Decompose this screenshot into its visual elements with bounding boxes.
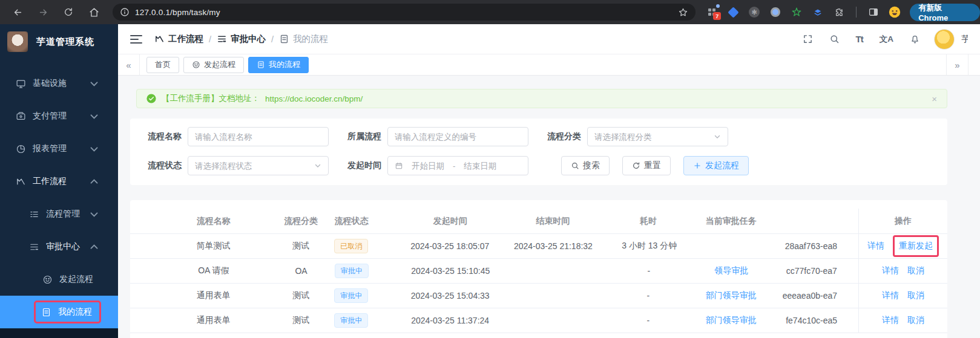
- detail-link[interactable]: 详情: [882, 315, 899, 326]
- current-task-link[interactable]: 部门领导审批: [706, 315, 757, 326]
- toolbar-divider: [856, 7, 857, 18]
- process-status-select[interactable]: [188, 156, 329, 175]
- cancel-link[interactable]: 取消: [907, 315, 924, 326]
- chevron-down-icon: [89, 79, 99, 89]
- create-process-button[interactable]: 发起流程: [683, 156, 749, 175]
- status-badge: 审批中: [335, 264, 369, 278]
- profile-emoji-icon[interactable]: [888, 5, 901, 19]
- chevron-down-icon: [89, 144, 99, 154]
- process-definition-input[interactable]: [395, 132, 521, 141]
- forward-icon[interactable]: [33, 2, 53, 22]
- cell-duration: -: [588, 316, 709, 325]
- search-icon[interactable]: [829, 34, 840, 44]
- extensions-puzzle-icon[interactable]: [832, 5, 846, 19]
- end-date-input[interactable]: [459, 161, 501, 171]
- bookmark-star-icon[interactable]: [678, 7, 688, 18]
- current-task-link[interactable]: 部门领导审批: [706, 290, 757, 301]
- app-header: 工作流程 / 审批中心 / 我的流程 Tt 文A 芋: [118, 24, 980, 54]
- breadcrumb: 工作流程 / 审批中心 / 我的流程: [154, 33, 328, 45]
- fullscreen-icon[interactable]: [803, 34, 813, 44]
- tab-my-process[interactable]: 我的流程: [248, 57, 309, 73]
- sidebar-item-my-process[interactable]: 我的流程: [0, 296, 118, 328]
- cell-duration: 3 小时 13 分钟: [589, 241, 710, 252]
- chevron-down-icon: [314, 162, 321, 169]
- sidebar-item-process-management[interactable]: 流程管理: [0, 198, 118, 230]
- plus-icon: [693, 161, 702, 170]
- cell-category: OA: [282, 266, 321, 276]
- process-table: 流程名称 流程分类 流程状态 发起时间 结束时间 耗时 当前审批任务 操作 简单…: [130, 200, 947, 338]
- breadcrumb-approval-center[interactable]: 审批中心: [217, 33, 266, 45]
- tab-home[interactable]: 首页: [146, 57, 179, 73]
- cell-start-time: 2024-03-25 18:05:07: [383, 241, 518, 251]
- date-range-picker[interactable]: -: [387, 156, 528, 175]
- site-info-icon[interactable]: [120, 7, 130, 17]
- start-date-input[interactable]: [407, 161, 449, 171]
- header-end-time: 结束时间: [518, 216, 588, 227]
- page-content: 【工作流手册】文档地址： https://doc.iocoder.cn/bpm/…: [118, 76, 980, 338]
- cell-process-id: cc77fc70-ea7: [754, 266, 837, 276]
- close-icon[interactable]: ×: [932, 94, 937, 104]
- document-icon: [257, 60, 265, 69]
- home-icon[interactable]: [84, 2, 104, 22]
- extension-star-icon[interactable]: [790, 5, 803, 19]
- date-separator: -: [453, 161, 455, 171]
- chevron-down-icon: [89, 209, 99, 219]
- page-tab-bar: « 首页 发起流程 我的流程 »: [118, 54, 980, 76]
- side-panel-icon[interactable]: [867, 5, 880, 19]
- sidebar-menu: 基础设施 支付管理 报表管理 工作流程 流程管理 审批中心: [0, 67, 118, 328]
- cell-duration: -: [588, 266, 709, 276]
- alert-doc-link[interactable]: https://doc.iocoder.cn/bpm/: [265, 94, 363, 103]
- tabs-scroll-right-icon[interactable]: »: [946, 54, 968, 75]
- reset-button[interactable]: 重置: [622, 156, 671, 175]
- address-bar[interactable]: 127.0.0.1/bpm/task/my: [113, 4, 696, 21]
- back-icon[interactable]: [7, 2, 28, 22]
- header-actions: 操作: [858, 209, 947, 233]
- cell-category: 测试: [281, 290, 320, 301]
- detail-link[interactable]: 详情: [867, 241, 884, 252]
- sidebar-item-approval-center[interactable]: 审批中心: [0, 230, 118, 263]
- header-duration: 耗时: [588, 216, 709, 227]
- extension-pinwheel-icon[interactable]: ✻: [748, 5, 761, 19]
- tabs-scroll-left-icon[interactable]: «: [118, 54, 140, 75]
- reload-icon[interactable]: [58, 2, 79, 22]
- font-size-icon[interactable]: Tt: [856, 34, 863, 44]
- main-area: 工作流程 / 审批中心 / 我的流程 Tt 文A 芋 « 首页: [118, 24, 980, 338]
- sidebar-item-infrastructure[interactable]: 基础设施: [0, 67, 118, 100]
- table-row: 通用表单 测试 审批中 2024-03-25 15:04:33 - 部门领导审批…: [130, 284, 947, 308]
- notification-bell-icon[interactable]: [910, 34, 920, 44]
- cancel-link[interactable]: 取消: [907, 290, 924, 301]
- user-avatar[interactable]: [934, 29, 955, 50]
- magnifier-icon: [571, 161, 579, 170]
- collapse-menu-icon[interactable]: [130, 35, 142, 44]
- cell-category: 测试: [281, 315, 320, 326]
- url-text[interactable]: 127.0.0.1/bpm/task/my: [135, 8, 673, 17]
- process-category-select[interactable]: [587, 127, 728, 146]
- sidebar-item-start-process[interactable]: 发起流程: [0, 263, 118, 296]
- extension-kite-icon[interactable]: [726, 5, 740, 19]
- cancel-link[interactable]: 取消: [907, 265, 924, 276]
- workflow-icon: [16, 177, 26, 187]
- tab-start-process[interactable]: 发起流程: [183, 57, 244, 73]
- current-task-link[interactable]: 领导审批: [714, 265, 748, 276]
- app-logo[interactable]: 芋道管理系统: [0, 24, 118, 59]
- app-title: 芋道管理系统: [36, 36, 94, 48]
- sidebar-item-report[interactable]: 报表管理: [0, 132, 118, 165]
- breadcrumb-workflow[interactable]: 工作流程: [154, 33, 203, 45]
- process-name-input[interactable]: [195, 132, 321, 141]
- approval-stack-icon: [217, 34, 227, 44]
- extension-badge-icon[interactable]: 7: [705, 5, 719, 19]
- translate-icon[interactable]: 文A: [880, 34, 893, 45]
- detail-link[interactable]: 详情: [882, 265, 899, 276]
- cell-start-time: 2024-03-25 15:10:45: [383, 266, 518, 276]
- search-button[interactable]: 搜索: [561, 156, 610, 175]
- extension-layers-icon[interactable]: [811, 5, 824, 19]
- relaunch-link annotation-box[interactable]: 重新发起: [893, 235, 939, 257]
- tabs-more-button[interactable]: [968, 54, 980, 75]
- detail-link[interactable]: 详情: [882, 290, 899, 301]
- chrome-update-button[interactable]: 有新版 Chrome: [910, 4, 980, 21]
- extension-circle-icon[interactable]: [769, 5, 782, 19]
- sidebar-item-workflow[interactable]: 工作流程: [0, 165, 118, 198]
- breadcrumb-separator: /: [271, 34, 274, 44]
- process-definition-label: 所属流程: [337, 131, 381, 142]
- sidebar-item-payment[interactable]: 支付管理: [0, 100, 118, 132]
